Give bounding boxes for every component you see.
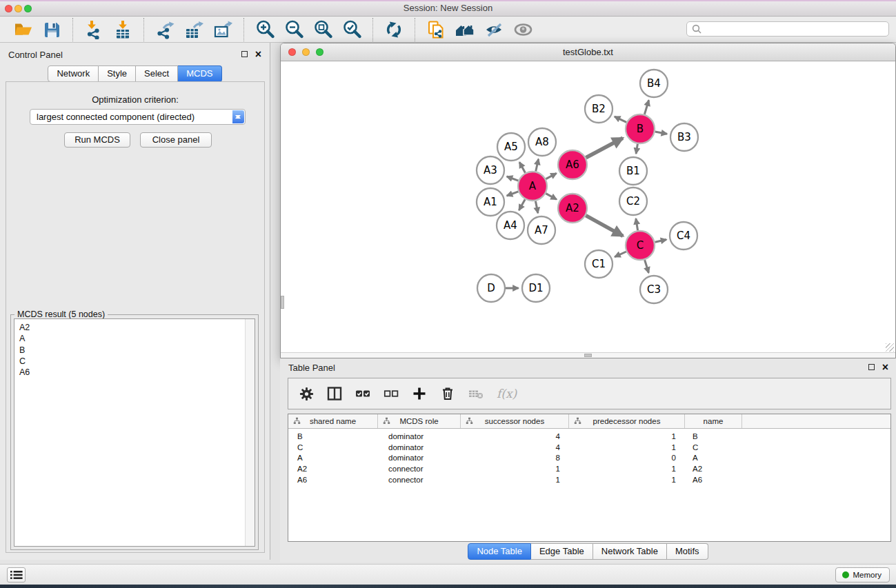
table-row[interactable]: Cdominator41C	[288, 442, 890, 453]
tab-network[interactable]: Network	[48, 65, 99, 82]
delete-table-icon[interactable]	[467, 385, 485, 403]
vertical-scrollbar-thumb[interactable]	[281, 296, 284, 309]
zoom-out-icon[interactable]	[282, 18, 306, 41]
zoom-selected-icon[interactable]	[340, 18, 364, 41]
graph-node-A5[interactable]: A5	[497, 133, 525, 161]
graph-edge-B-B2[interactable]	[615, 116, 626, 122]
graph-node-D[interactable]: D	[477, 274, 505, 302]
result-scrollbar[interactable]	[245, 319, 255, 546]
graph-edge-A-A1[interactable]	[507, 192, 519, 196]
graph-node-D1[interactable]: D1	[522, 274, 550, 302]
graph-edge-A-A6[interactable]	[546, 173, 556, 179]
duplicate-network-icon[interactable]	[424, 18, 448, 41]
graph-node-C[interactable]: C	[626, 231, 655, 260]
graph-node-A2[interactable]: A2	[558, 194, 587, 223]
graph-edge-B-B1[interactable]	[636, 144, 637, 154]
hide-selected-icon[interactable]	[482, 18, 506, 41]
graph-node-A1[interactable]: A1	[477, 188, 504, 216]
split-panel-icon[interactable]	[326, 385, 344, 403]
graph-edge-C-C1[interactable]	[615, 252, 626, 257]
graph-node-A8[interactable]: A8	[528, 128, 556, 156]
delete-columns-icon[interactable]	[439, 385, 457, 403]
network-window-titlebar[interactable]: testGlobe.txt	[281, 43, 895, 61]
maximize-traffic-light[interactable]	[316, 48, 323, 56]
close-traffic-light[interactable]	[288, 48, 296, 56]
memory-button[interactable]: Memory	[835, 567, 890, 582]
graph-edge-A-A2[interactable]	[546, 194, 557, 200]
close-panel-icon[interactable]: ×	[882, 363, 888, 372]
task-history-button[interactable]	[7, 567, 26, 582]
graph-node-A4[interactable]: A4	[497, 212, 524, 239]
graph-node-A3[interactable]: A3	[477, 156, 504, 184]
network-overview-icon[interactable]	[453, 18, 477, 41]
graph-node-B4[interactable]: B4	[640, 70, 668, 97]
column-header-name[interactable]: name	[685, 414, 742, 428]
graph-node-C1[interactable]: C1	[585, 250, 613, 278]
close-traffic-light[interactable]	[5, 5, 12, 12]
resize-grip-icon[interactable]	[886, 343, 894, 352]
graph-node-C2[interactable]: C2	[619, 187, 647, 215]
tab-motifs[interactable]: Motifs	[667, 543, 708, 560]
tab-select[interactable]: Select	[136, 65, 178, 82]
column-header-successor-nodes[interactable]: successor nodes	[461, 414, 569, 428]
graph-node-A7[interactable]: A7	[528, 216, 555, 244]
graph-node-B[interactable]: B	[626, 114, 655, 143]
table-row[interactable]: A6connector11A6	[288, 474, 890, 485]
show-all-icon[interactable]	[511, 18, 535, 41]
float-panel-icon[interactable]	[868, 364, 875, 370]
horizontal-scrollbar[interactable]	[281, 352, 895, 358]
horizontal-scrollbar-thumb[interactable]	[584, 354, 592, 357]
tab-node-table[interactable]: Node Table	[468, 543, 531, 560]
graph-edge-A-A3[interactable]	[507, 176, 519, 181]
column-header-predecessor-nodes[interactable]: predecessor nodes	[569, 414, 685, 428]
maximize-traffic-light[interactable]	[24, 5, 32, 12]
tab-mcds[interactable]: MCDS	[178, 65, 221, 82]
tab-network-table[interactable]: Network Table	[593, 543, 667, 560]
table-row[interactable]: A2connector11A2	[288, 463, 890, 474]
mcds-result-item[interactable]: A	[19, 333, 255, 344]
mcds-result-item[interactable]: A2	[19, 322, 255, 333]
graph-node-B2[interactable]: B2	[585, 95, 613, 123]
table-row[interactable]: Adominator80A	[288, 453, 890, 464]
search-input[interactable]	[702, 23, 877, 34]
export-image-icon[interactable]	[211, 18, 235, 41]
export-table-icon[interactable]	[182, 18, 206, 41]
optimization-criterion-select[interactable]: largest connected component (directed)	[30, 109, 246, 125]
close-panel-button[interactable]: Close panel	[140, 132, 212, 148]
graph-node-C4[interactable]: C4	[670, 222, 697, 250]
graph-edge-C-C4[interactable]	[655, 240, 667, 243]
mcds-result-item[interactable]: A6	[19, 367, 255, 378]
graph-node-A6[interactable]: A6	[558, 150, 587, 179]
deselect-all-columns-icon[interactable]	[382, 385, 400, 403]
search-field[interactable]	[686, 21, 889, 37]
tab-edge-table[interactable]: Edge Table	[531, 543, 593, 560]
graph-edge-B-B3[interactable]	[655, 132, 667, 134]
save-session-icon[interactable]	[40, 18, 63, 41]
mcds-result-item[interactable]: C	[19, 356, 255, 367]
close-panel-icon[interactable]: ×	[255, 50, 261, 59]
zoom-fit-icon[interactable]	[311, 18, 335, 41]
graph-node-B1[interactable]: B1	[619, 157, 647, 185]
float-panel-icon[interactable]	[241, 51, 248, 57]
table-settings-icon[interactable]	[297, 385, 315, 403]
zoom-in-icon[interactable]	[253, 18, 277, 41]
tab-style[interactable]: Style	[99, 65, 136, 82]
graph-edge-A-A8[interactable]	[536, 159, 539, 172]
function-builder-icon[interactable]: f(x)	[497, 387, 517, 401]
minimize-traffic-light[interactable]	[302, 48, 310, 56]
open-file-icon[interactable]	[11, 18, 34, 41]
graph-node-A[interactable]: A	[518, 172, 547, 201]
graph-edge-C-C3[interactable]	[645, 260, 649, 273]
table-row[interactable]: Bdominator41B	[288, 431, 890, 442]
column-header-mcds-role[interactable]: MCDS role	[378, 414, 461, 428]
import-table-icon[interactable]	[111, 18, 135, 41]
graph-edge-A2-C[interactable]	[586, 216, 623, 236]
refresh-view-icon[interactable]	[382, 18, 406, 41]
graph-edge-A-A5[interactable]	[519, 162, 525, 172]
graph-edge-A-A4[interactable]	[519, 199, 525, 210]
graph-edge-B-B4[interactable]	[644, 100, 648, 114]
graph-edge-C-C2[interactable]	[636, 219, 638, 230]
graph-node-C3[interactable]: C3	[640, 276, 668, 303]
export-network-icon[interactable]	[153, 18, 177, 41]
add-column-icon[interactable]	[410, 385, 428, 403]
